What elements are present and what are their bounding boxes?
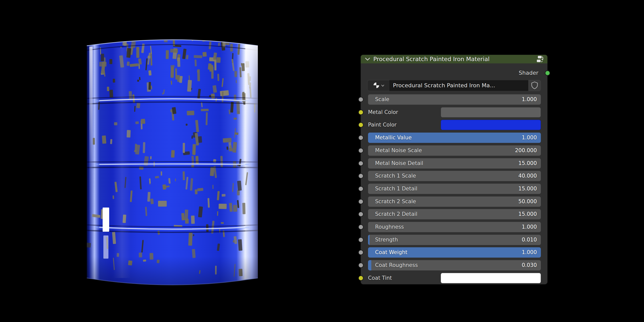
input-value: 0.010 (522, 235, 537, 245)
input-socket-paint-color[interactable] (358, 122, 364, 128)
input-value: 1.000 (522, 133, 537, 143)
node-group-icon (535, 56, 544, 64)
input-label: Metal Color (368, 107, 398, 117)
slider-fill (368, 260, 371, 270)
color-swatch-coat-tint[interactable] (441, 273, 541, 283)
input-row-coat-tint[interactable]: Coat Tint (368, 273, 541, 283)
input-value: 15.000 (518, 184, 537, 194)
slider-fill (368, 235, 370, 245)
input-value: 1.000 (522, 222, 537, 232)
input-row-roughness[interactable]: Roughness1.000 (368, 222, 541, 232)
input-label: Scale (375, 94, 389, 105)
input-label: Metal Noise Scale (375, 145, 422, 156)
material-selector: Procedural Scratch Painted Iron Ma... (367, 80, 541, 91)
chevron-down-icon[interactable] (365, 57, 370, 61)
input-row-scratch-2-scale[interactable]: Scratch 2 Scale50.000 (368, 196, 541, 207)
input-value: 15.000 (518, 209, 537, 219)
input-value: 200.000 (515, 145, 537, 156)
input-row-scratch-1-scale[interactable]: Scratch 1 Scale40.000 (368, 171, 541, 181)
input-socket-scratch-1-scale[interactable] (358, 173, 364, 179)
node-editor-canvas[interactable]: Procedural Scratch Painted Iron Material… (0, 0, 644, 322)
input-label: Metal Noise Detail (375, 158, 423, 169)
input-row-scratch-1-detail[interactable]: Scratch 1 Detail15.000 (368, 184, 541, 194)
output-row-shader: Shader (361, 68, 547, 78)
input-socket-coat-weight[interactable] (358, 250, 364, 255)
input-value: 1.000 (522, 247, 537, 258)
input-value: 1.000 (522, 94, 537, 105)
input-row-coat-weight[interactable]: Coat Weight1.000 (368, 247, 541, 258)
input-row-paint-color[interactable]: Paint Color (368, 120, 541, 130)
input-row-metallic-value[interactable]: Metallic Value1.000 (368, 133, 541, 143)
input-socket-scratch-2-scale[interactable] (358, 199, 364, 204)
color-swatch-paint-color[interactable] (441, 120, 541, 130)
material-sphere-icon (373, 82, 380, 90)
input-label: Strength (375, 235, 398, 245)
input-row-metal-noise-detail[interactable]: Metal Noise Detail15.000 (368, 158, 541, 169)
input-label: Paint Color (368, 120, 396, 130)
input-value: 15.000 (518, 158, 537, 169)
node-group-panel[interactable]: Procedural Scratch Painted Iron Material… (361, 55, 547, 284)
color-swatch-metal-color[interactable] (441, 107, 541, 117)
input-row-scratch-2-detail[interactable]: Scratch 2 Detail15.000 (368, 209, 541, 219)
input-label: Scratch 1 Scale (375, 171, 416, 181)
fake-user-button[interactable] (528, 80, 541, 91)
material-browse-button[interactable] (367, 80, 389, 91)
input-row-metal-color[interactable]: Metal Color (368, 107, 541, 117)
input-label: Metallic Value (375, 133, 412, 143)
node-header[interactable]: Procedural Scratch Painted Iron Material (361, 55, 547, 63)
input-socket-metal-noise-detail[interactable] (358, 161, 364, 166)
input-label: Coat Tint (368, 273, 392, 283)
input-socket-scratch-1-detail[interactable] (358, 186, 364, 191)
input-label: Roughness (375, 222, 404, 232)
output-label: Shader (519, 68, 538, 78)
input-socket-scratch-2-detail[interactable] (358, 212, 364, 217)
input-socket-coat-roughness[interactable] (358, 263, 364, 268)
input-socket-roughness[interactable] (358, 224, 364, 230)
barrel-render (84, 33, 260, 292)
input-value: 0.030 (522, 260, 537, 270)
shield-icon (531, 81, 538, 90)
input-socket-coat-tint[interactable] (358, 275, 364, 281)
input-socket-scale[interactable] (358, 97, 364, 102)
input-socket-metal-color[interactable] (358, 110, 364, 115)
input-row-metal-noise-scale[interactable]: Metal Noise Scale200.000 (368, 145, 541, 156)
node-title: Procedural Scratch Painted Iron Material (373, 56, 490, 62)
input-label: Scratch 2 Scale (375, 196, 416, 207)
input-value: 50.000 (518, 196, 537, 207)
input-label: Coat Weight (375, 247, 407, 258)
shader-output-socket[interactable] (545, 70, 550, 76)
input-row-coat-roughness[interactable]: Coat Roughness0.030 (368, 260, 541, 270)
input-label: Scratch 1 Detail (375, 184, 417, 194)
material-name-field[interactable]: Procedural Scratch Painted Iron Ma... (389, 80, 528, 91)
input-label: Scratch 2 Detail (375, 209, 417, 219)
input-row-scale[interactable]: Scale1.000 (368, 94, 541, 105)
input-label: Coat Roughness (375, 260, 418, 270)
chevron-down-icon (381, 84, 384, 88)
input-socket-strength[interactable] (358, 237, 364, 243)
input-socket-metal-noise-scale[interactable] (358, 148, 364, 153)
input-value: 40.000 (518, 171, 537, 181)
input-socket-metallic-value[interactable] (358, 135, 364, 140)
input-row-strength[interactable]: Strength0.010 (368, 235, 541, 245)
